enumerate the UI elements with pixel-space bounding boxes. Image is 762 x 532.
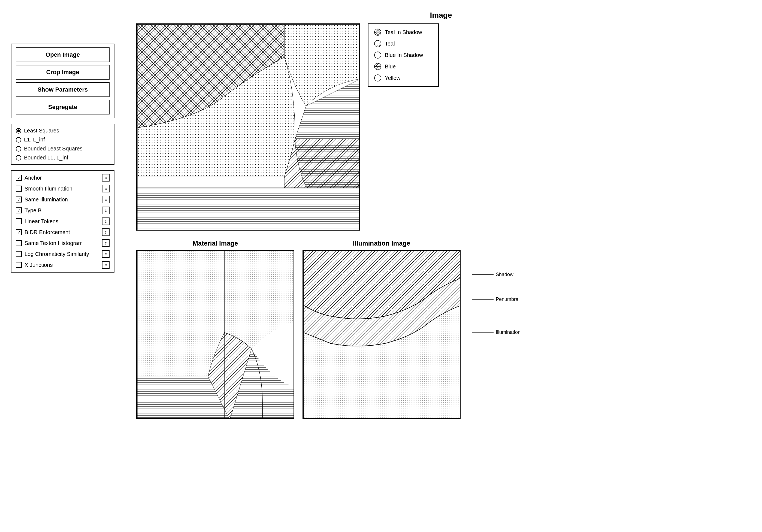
checkbox-group: ✓ Anchor c Smooth Illumination c ✓ Same … xyxy=(11,170,114,272)
bottom-row: Material Image xyxy=(136,240,746,420)
segregate-button[interactable]: Segregate xyxy=(16,100,110,114)
c-button-same-illumination[interactable]: c xyxy=(102,196,110,203)
radio-label-l1: L1, L_inf xyxy=(24,136,45,143)
svg-point-14 xyxy=(374,40,381,47)
legend-item-blue-in-shadow: Blue In Shadow xyxy=(374,51,433,59)
radio-circle-least-squares xyxy=(16,128,21,133)
legend-label-blue: Blue xyxy=(385,63,396,70)
penumbra-label: Penumbra xyxy=(472,296,520,302)
radio-item-l1[interactable]: L1, L_inf xyxy=(16,136,110,143)
checkbox-label-same-illumination: Same Illumination xyxy=(25,196,68,203)
radio-label-least-squares: Least Squares xyxy=(24,127,59,134)
legend-icon-teal-in-shadow xyxy=(374,28,382,36)
material-image-container: Material Image xyxy=(136,240,294,420)
checkbox-box-type-b: ✓ xyxy=(16,207,22,213)
checkbox-box-x-junctions xyxy=(16,262,22,268)
checkbox-box-smooth-illumination xyxy=(16,186,22,191)
radio-item-least-squares[interactable]: Least Squares xyxy=(16,127,110,134)
legend-icon-yellow xyxy=(374,74,382,82)
illumination-image-container: Illumination Image xyxy=(303,240,461,420)
checkbox-same-illumination[interactable]: ✓ Same Illumination c xyxy=(16,196,110,203)
show-parameters-button[interactable]: Show Parameters xyxy=(16,82,110,97)
checkbox-type-b[interactable]: ✓ Type B c xyxy=(16,206,110,214)
legend-label-teal-in-shadow: Teal In Shadow xyxy=(385,29,422,36)
c-button-linear-tokens[interactable]: c xyxy=(102,217,110,225)
radio-circle-bounded-l1 xyxy=(16,155,21,161)
checkbox-x-junctions[interactable]: X Junctions c xyxy=(16,261,110,269)
legend-icon-blue xyxy=(374,63,382,70)
c-button-bidr[interactable]: c xyxy=(102,228,110,236)
checkbox-anchor[interactable]: ✓ Anchor c xyxy=(16,174,110,182)
checkbox-label-anchor: Anchor xyxy=(25,175,42,181)
shadow-label: Shadow xyxy=(472,272,520,277)
checkbox-label-smooth-illumination: Smooth Illumination xyxy=(25,186,72,192)
left-panel: Open Image Crop Image Show Parameters Se… xyxy=(11,43,114,272)
crop-image-button[interactable]: Crop Image xyxy=(16,65,110,80)
legend-icon-blue-in-shadow xyxy=(374,51,382,59)
radio-circle-bounded-ls xyxy=(16,146,21,152)
radio-circle-l1 xyxy=(16,137,21,142)
button-group: Open Image Crop Image Show Parameters Se… xyxy=(11,43,114,118)
image-title: Image xyxy=(136,11,746,20)
legend-box: Teal In Shadow Teal xyxy=(368,24,439,87)
checkbox-log-chroma[interactable]: Log Chromaticity Similarity c xyxy=(16,250,110,258)
legend-label-blue-in-shadow: Blue In Shadow xyxy=(385,52,423,58)
checkbox-box-linear-tokens xyxy=(16,218,22,224)
checkbox-texton[interactable]: Same Texton Histogram c xyxy=(16,239,110,247)
main-content: Image xyxy=(136,11,746,420)
main-image-canvas xyxy=(136,24,360,231)
shadow-label-container: Shadow Penumbra Illumination xyxy=(472,272,520,335)
legend-label-yellow: Yellow xyxy=(385,75,400,81)
legend-icon-teal xyxy=(374,40,382,47)
checkbox-box-texton xyxy=(16,240,22,246)
checkbox-label-linear-tokens: Linear Tokens xyxy=(25,218,58,225)
illumination-image-canvas xyxy=(303,250,461,419)
checkbox-label-texton: Same Texton Histogram xyxy=(25,240,83,246)
checkbox-label-x-junctions: X Junctions xyxy=(25,262,52,268)
checkbox-label-type-b: Type B xyxy=(25,207,41,214)
legend-label-teal: Teal xyxy=(385,40,395,47)
c-button-anchor[interactable]: c xyxy=(102,174,110,182)
radio-item-bounded-ls[interactable]: Bounded Least Squares xyxy=(16,146,110,152)
material-image-canvas xyxy=(136,250,294,419)
c-button-smooth-illumination[interactable]: c xyxy=(102,185,110,192)
checkbox-smooth-illumination[interactable]: Smooth Illumination c xyxy=(16,185,110,192)
checkbox-box-log-chroma xyxy=(16,251,22,257)
c-button-log-chroma[interactable]: c xyxy=(102,250,110,258)
radio-label-bounded-l1: Bounded L1, L_inf xyxy=(24,155,68,161)
top-row: Teal In Shadow Teal xyxy=(136,24,746,231)
c-button-type-b[interactable]: c xyxy=(102,206,110,214)
checkbox-box-same-illumination: ✓ xyxy=(16,196,22,202)
legend-item-teal: Teal xyxy=(374,40,433,47)
checkbox-bidr[interactable]: ✓ BIDR Enforcement c xyxy=(16,228,110,236)
legend-item-teal-in-shadow: Teal In Shadow xyxy=(374,28,433,36)
c-button-x-junctions[interactable]: c xyxy=(102,261,110,269)
checkbox-box-anchor: ✓ xyxy=(16,175,22,181)
checkbox-label-log-chroma: Log Chromaticity Similarity xyxy=(25,251,89,257)
radio-label-bounded-ls: Bounded Least Squares xyxy=(24,146,83,152)
illumination-image-title: Illumination Image xyxy=(303,240,461,247)
checkbox-label-bidr: BIDR Enforcement xyxy=(25,229,70,236)
legend-item-blue: Blue xyxy=(374,63,433,70)
illumination-label: Illumination xyxy=(472,330,520,335)
checkbox-box-bidr: ✓ xyxy=(16,229,22,235)
illumination-image-wrapper: Shadow Penumbra Illumination xyxy=(303,250,461,420)
checkbox-linear-tokens[interactable]: Linear Tokens c xyxy=(16,217,110,225)
main-image-container xyxy=(136,24,360,231)
radio-group: Least Squares L1, L_inf Bounded Least Sq… xyxy=(11,124,114,165)
legend-item-yellow: Yellow xyxy=(374,74,433,82)
open-image-button[interactable]: Open Image xyxy=(16,47,110,62)
c-button-texton[interactable]: c xyxy=(102,239,110,247)
material-image-title: Material Image xyxy=(136,240,294,247)
radio-item-bounded-l1[interactable]: Bounded L1, L_inf xyxy=(16,155,110,161)
